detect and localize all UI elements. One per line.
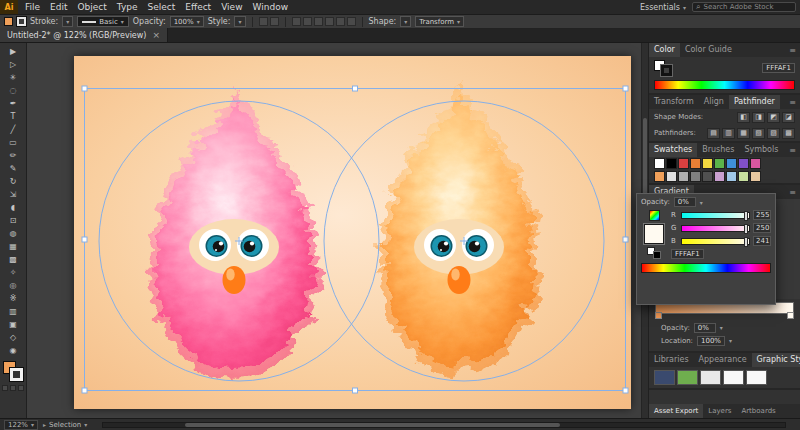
brush-definition-dropdown[interactable]: Basic▾ bbox=[77, 16, 129, 27]
tab-swatches[interactable]: Swatches bbox=[649, 143, 697, 157]
align-middle-icon[interactable] bbox=[336, 17, 345, 26]
tab-transform[interactable]: Transform bbox=[649, 95, 699, 109]
menu-file[interactable]: File bbox=[20, 0, 45, 14]
close-tab-icon[interactable]: × bbox=[152, 31, 160, 40]
pencil-tool[interactable]: ✎ bbox=[3, 162, 24, 175]
red-slider-thumb[interactable] bbox=[744, 211, 748, 221]
stroke-weight-dropdown[interactable]: ▾ bbox=[62, 16, 73, 27]
draw-normal-icon[interactable] bbox=[2, 385, 8, 391]
graphic-style-thumb-e8e8e8[interactable] bbox=[700, 370, 721, 385]
blend-tool[interactable]: ◎ bbox=[3, 279, 24, 292]
hand-tool[interactable]: ◇ bbox=[3, 331, 24, 344]
tab-appearance[interactable]: Appearance bbox=[694, 353, 752, 367]
align-left-icon[interactable] bbox=[292, 17, 301, 26]
menu-type[interactable]: Type bbox=[112, 0, 143, 14]
tab-brushes[interactable]: Brushes bbox=[697, 143, 739, 157]
paintbrush-tool[interactable]: ✏ bbox=[3, 149, 24, 162]
selection-tool[interactable]: ▶ bbox=[3, 45, 24, 58]
swatch-c8e0a0[interactable] bbox=[738, 171, 749, 182]
pathfinder-5[interactable]: ▩ bbox=[782, 128, 795, 139]
shape-mode-0[interactable]: ◧ bbox=[737, 112, 750, 123]
fill-stroke-control[interactable] bbox=[3, 361, 23, 381]
search-input[interactable]: ⌕ Search Adobe Stock bbox=[692, 2, 796, 12]
type-tool[interactable]: T bbox=[3, 110, 24, 123]
align-top-icon[interactable] bbox=[325, 17, 334, 26]
graphic-style-thumb-f8f8f8[interactable] bbox=[723, 370, 744, 385]
color-mode-icon[interactable] bbox=[649, 210, 660, 221]
mesh-tool[interactable]: ▦ bbox=[3, 240, 24, 253]
color-fill-stroke-indicator[interactable] bbox=[654, 60, 672, 76]
gradient-stop-right[interactable] bbox=[787, 312, 794, 319]
tab-color[interactable]: Color bbox=[649, 43, 680, 57]
rotate-tool[interactable]: ↻ bbox=[3, 175, 24, 188]
pathfinder-3[interactable]: ▧ bbox=[752, 128, 765, 139]
color-stroke-proxy[interactable] bbox=[661, 65, 672, 76]
gradient-opacity-value[interactable]: 0% bbox=[694, 323, 716, 333]
blue-slider-thumb[interactable] bbox=[744, 237, 748, 247]
pen-tool[interactable]: ✒ bbox=[3, 97, 24, 110]
swatch-d957a0[interactable] bbox=[750, 158, 761, 169]
swatch-505050[interactable] bbox=[702, 171, 713, 182]
zoom-control[interactable]: 122% ▾ bbox=[4, 420, 38, 430]
shape-mode-2[interactable]: ◩ bbox=[767, 112, 780, 123]
swatch-e8c8a0[interactable] bbox=[750, 171, 761, 182]
document-tab[interactable]: Untitled-2* @ 122% (RGB/Preview) × bbox=[0, 28, 168, 42]
artboard-canvas[interactable] bbox=[74, 56, 631, 409]
draw-behind-icon[interactable] bbox=[10, 385, 16, 391]
graphic-style-thumb-f8f8f8[interactable] bbox=[746, 370, 767, 385]
opacity-dropdown[interactable]: 100%▾ bbox=[170, 16, 204, 27]
doc-setup-icon[interactable] bbox=[259, 17, 268, 26]
menu-window[interactable]: Window bbox=[248, 0, 294, 14]
panel-menu-icon[interactable]: ≡ bbox=[785, 146, 800, 155]
shape-dropdown[interactable]: ▾ bbox=[400, 16, 411, 27]
tab-align[interactable]: Align bbox=[699, 95, 729, 109]
menu-object[interactable]: Object bbox=[73, 0, 112, 14]
stroke-color-swatch[interactable] bbox=[17, 17, 26, 26]
graphic-style-thumb-6fae4e[interactable] bbox=[677, 370, 698, 385]
red-slider[interactable] bbox=[681, 212, 750, 219]
swatch-808080[interactable] bbox=[690, 171, 701, 182]
graphic-style-thumb-3a4a6e[interactable] bbox=[654, 370, 675, 385]
line-segment-tool[interactable]: ╱ bbox=[3, 123, 24, 136]
shape-mode-1[interactable]: ◨ bbox=[752, 112, 765, 123]
blue-slider[interactable] bbox=[681, 238, 750, 245]
gradient-stop-left[interactable] bbox=[655, 312, 662, 319]
toolbar-stroke-swatch[interactable] bbox=[10, 368, 23, 381]
swatch-a0c8e8[interactable] bbox=[726, 171, 737, 182]
zoom-tool[interactable]: ◉ bbox=[3, 344, 24, 357]
align-right-icon[interactable] bbox=[314, 17, 323, 26]
artboard-tool[interactable]: ▣ bbox=[3, 318, 24, 331]
horizontal-scrollbar[interactable] bbox=[102, 422, 786, 428]
transform-dropdown[interactable]: Transform▾ bbox=[415, 16, 464, 27]
status-tool-indicator[interactable]: ▸ Selection ▾ bbox=[43, 421, 87, 429]
gradient-tool[interactable]: ▩ bbox=[3, 253, 24, 266]
style-dropdown[interactable]: ▾ bbox=[234, 16, 245, 27]
panel-menu-icon[interactable]: ≡ bbox=[785, 46, 800, 55]
swatch-f0a05a[interactable] bbox=[654, 171, 665, 182]
panel-menu-icon[interactable]: ≡ bbox=[785, 188, 800, 197]
green-slider[interactable] bbox=[681, 225, 750, 232]
swatch-b0b0b0[interactable] bbox=[678, 171, 689, 182]
bottom-tab-artboards[interactable]: Artboards bbox=[736, 404, 780, 418]
red-channel-value[interactable]: 255 bbox=[753, 210, 771, 220]
menu-view[interactable]: View bbox=[216, 0, 247, 14]
default-colors-icon[interactable] bbox=[647, 247, 661, 259]
swatch-3f8fd9[interactable] bbox=[726, 158, 737, 169]
pathfinder-2[interactable]: ▦ bbox=[737, 128, 750, 139]
swatch-ffffff[interactable] bbox=[654, 158, 665, 169]
align-center-icon[interactable] bbox=[303, 17, 312, 26]
swatch-000000[interactable] bbox=[666, 158, 677, 169]
hex-field[interactable]: FFFAF1 bbox=[671, 249, 704, 259]
symbol-sprayer-tool[interactable]: ※ bbox=[3, 292, 24, 305]
swatch-5cb24a[interactable] bbox=[714, 158, 725, 169]
swatch-e87f35[interactable] bbox=[690, 158, 701, 169]
workspace-switcher[interactable]: Essentials ▾ bbox=[640, 3, 686, 12]
tab-symbols[interactable]: Symbols bbox=[739, 143, 783, 157]
gradient-location-value[interactable]: 100% bbox=[697, 336, 725, 346]
green-channel-value[interactable]: 250 bbox=[753, 223, 771, 233]
black-swatch[interactable] bbox=[653, 251, 661, 259]
app-logo-icon[interactable]: Ai bbox=[0, 0, 18, 14]
bottom-tab-asset-export[interactable]: Asset Export bbox=[649, 404, 703, 418]
shape-mode-3[interactable]: ◪ bbox=[782, 112, 795, 123]
swatch-f2d840[interactable] bbox=[702, 158, 713, 169]
